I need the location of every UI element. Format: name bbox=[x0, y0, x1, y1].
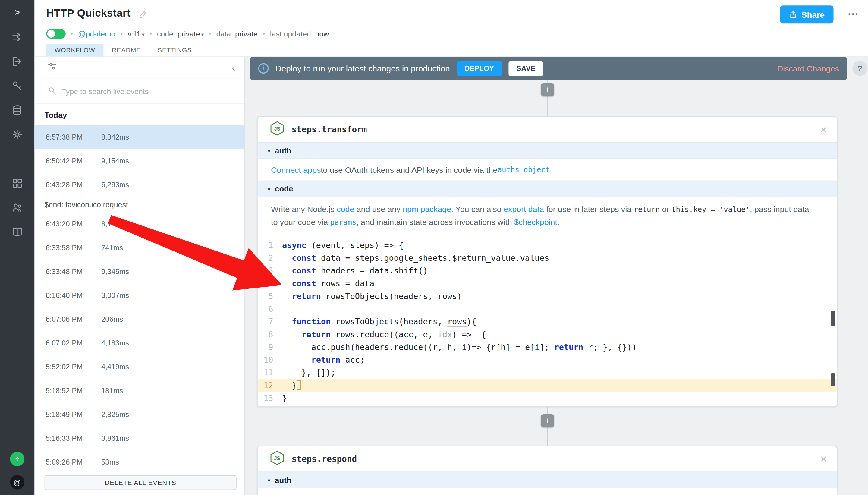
code-privacy-selector[interactable]: code: private▾ bbox=[157, 30, 204, 38]
svg-text:JS: JS bbox=[274, 455, 280, 461]
auth-section-toggle[interactable]: ▾ auth bbox=[258, 472, 837, 488]
chevron-down-icon: ▾ bbox=[267, 186, 270, 192]
editor-scrollbar[interactable] bbox=[831, 235, 835, 407]
event-row[interactable]: 6:57:38 PM8,342ms bbox=[34, 125, 244, 149]
share-button[interactable]: Share bbox=[780, 5, 834, 23]
workflow-header: HTTP Quickstart Share ··· • @pd-demo • v… bbox=[34, 0, 868, 57]
deploy-status-icon[interactable] bbox=[10, 452, 24, 466]
code-line: 6 bbox=[258, 303, 837, 315]
discard-changes-link[interactable]: Discard Changes bbox=[777, 64, 839, 73]
event-row[interactable]: 6:43:20 PM8,173ms bbox=[34, 212, 244, 236]
event-row[interactable]: 6:50:42 PM9,154ms bbox=[34, 149, 244, 173]
code-line: 3 const headers = data.shift() bbox=[258, 265, 837, 277]
mentions-icon[interactable]: @ bbox=[10, 475, 24, 490]
grid-icon[interactable] bbox=[9, 175, 25, 191]
event-note: $end: favicon.ico request bbox=[34, 197, 244, 212]
edit-title-icon[interactable] bbox=[138, 9, 148, 21]
workflow-active-toggle[interactable] bbox=[46, 29, 66, 39]
nodejs-icon: JS bbox=[270, 120, 284, 138]
event-row[interactable]: 5:09:26 PM53ms bbox=[34, 450, 244, 474]
code-line: 7 function rowsToObjects(headers, rows){ bbox=[258, 315, 837, 328]
key-icon[interactable] bbox=[9, 78, 25, 94]
add-step-button[interactable]: + bbox=[541, 83, 554, 97]
dot-separator: • bbox=[262, 30, 265, 38]
code-line: 5 return rowsToObjects(headers, rows) bbox=[258, 290, 837, 303]
event-row[interactable]: 6:07:06 PM206ms bbox=[34, 307, 244, 331]
step-card-transform: JS steps.transform × ▾ auth Connect apps… bbox=[257, 116, 837, 407]
code-line: 4 const rows = data bbox=[258, 277, 837, 290]
code-description: Write any Node.js code and use any npm p… bbox=[258, 197, 837, 235]
people-icon[interactable] bbox=[9, 199, 25, 216]
code-line: 10 return acc; bbox=[258, 354, 837, 366]
code-line: 12 } bbox=[258, 379, 837, 392]
event-row[interactable]: 6:43:28 PM6,293ms bbox=[34, 173, 244, 197]
terminal-prompt-icon[interactable]: > bbox=[9, 4, 25, 21]
event-row[interactable]: 5:18:52 PM181ms bbox=[34, 379, 244, 403]
deploy-button[interactable]: DEPLOY bbox=[457, 61, 502, 76]
workflow-meta-row: • @pd-demo • v.11▾ • code: private▾ • da… bbox=[34, 27, 868, 41]
filter-icon[interactable] bbox=[47, 62, 57, 74]
tab-readme[interactable]: README bbox=[103, 44, 149, 56]
main-tabs: WORKFLOW README SETTINGS bbox=[46, 44, 200, 56]
step-title: steps.respond bbox=[292, 454, 357, 464]
app-window: > @ HTTP Qui bbox=[0, 0, 868, 495]
code-line: 9 acc.push(headers.reduce((r, h, i)=> {r… bbox=[258, 341, 837, 354]
auth-description: Connect apps to use OAuth tokens and API… bbox=[258, 159, 837, 181]
help-button[interactable]: ? bbox=[852, 61, 867, 76]
chevron-down-icon: ▾ bbox=[201, 31, 204, 37]
search-icon bbox=[48, 86, 56, 97]
share-button-label: Share bbox=[801, 10, 824, 19]
scrollbar-thumb[interactable] bbox=[831, 311, 835, 326]
data-privacy-label: data: private bbox=[216, 30, 258, 38]
code-line: 8 return rows.reduce((acc, e, idx) => { bbox=[258, 328, 837, 341]
delete-all-events-button[interactable]: DELETE ALL EVENTS bbox=[45, 475, 237, 490]
overflow-menu-icon[interactable]: ··· bbox=[848, 9, 859, 20]
scrollbar-thumb[interactable] bbox=[831, 373, 835, 387]
dot-separator: • bbox=[71, 30, 73, 38]
event-row[interactable]: 5:16:33 PM3,861ms bbox=[34, 426, 244, 450]
chevron-down-icon: ▾ bbox=[142, 31, 145, 37]
event-row[interactable]: 6:07:02 PM4,183ms bbox=[34, 331, 244, 355]
page-title: HTTP Quickstart bbox=[46, 7, 131, 19]
dot-separator: • bbox=[120, 30, 123, 38]
code-line: 2 const data = steps.google_sheets.$retu… bbox=[258, 252, 837, 265]
book-icon[interactable] bbox=[9, 224, 25, 240]
chevron-down-icon: ▾ bbox=[267, 477, 270, 483]
gear-icon[interactable] bbox=[9, 126, 25, 143]
sign-out-icon[interactable] bbox=[9, 53, 25, 70]
code-editor[interactable]: 1async (event, steps) => {2 const data =… bbox=[258, 235, 837, 407]
event-row[interactable]: 5:18:49 PM2,825ms bbox=[34, 403, 244, 426]
code-line: 1async (event, steps) => { bbox=[258, 239, 837, 252]
close-icon[interactable]: × bbox=[820, 124, 827, 135]
org-link[interactable]: @pd-demo bbox=[78, 30, 116, 38]
sources-icon[interactable] bbox=[9, 29, 25, 46]
dot-separator: • bbox=[209, 30, 211, 38]
save-button[interactable]: SAVE bbox=[508, 61, 543, 76]
event-row[interactable]: 6:33:58 PM741ms bbox=[34, 236, 244, 259]
event-list: 6:57:38 PM8,342ms6:50:42 PM9,154ms6:43:2… bbox=[34, 125, 244, 495]
deploy-banner: i Deploy to run your latest changes in p… bbox=[250, 57, 847, 80]
database-icon[interactable] bbox=[9, 102, 25, 118]
step-title: steps.transform bbox=[292, 124, 367, 134]
event-row[interactable]: 5:52:02 PM4,419ms bbox=[34, 355, 244, 379]
svg-text:JS: JS bbox=[274, 126, 280, 132]
search-input[interactable] bbox=[62, 87, 236, 96]
deploy-banner-message: Deploy to run your latest changes in pro… bbox=[276, 64, 450, 73]
tab-settings[interactable]: SETTINGS bbox=[149, 44, 200, 56]
tab-workflow[interactable]: WORKFLOW bbox=[46, 44, 103, 56]
code-line: 11 }, []); bbox=[258, 366, 837, 379]
auth-section-toggle[interactable]: ▾ auth bbox=[258, 142, 837, 159]
version-selector[interactable]: v.11▾ bbox=[128, 30, 145, 38]
app-sidebar: > @ bbox=[0, 0, 34, 495]
nodejs-icon: JS bbox=[270, 450, 284, 467]
code-section-toggle[interactable]: ▾ code bbox=[258, 181, 837, 197]
live-events-panel: ‹ Today 6:57:38 PM8,342ms6:50:42 PM9,154… bbox=[34, 57, 245, 495]
info-icon: i bbox=[258, 63, 269, 73]
dot-separator: • bbox=[150, 30, 152, 38]
event-row[interactable]: 6:33:48 PM9,345ms bbox=[34, 259, 244, 284]
add-step-button[interactable]: + bbox=[541, 414, 554, 427]
collapse-panel-icon[interactable]: ‹ bbox=[232, 63, 236, 73]
close-icon[interactable]: × bbox=[820, 453, 827, 464]
event-row[interactable]: 6:16:40 PM3,007ms bbox=[34, 284, 244, 307]
workflow-canvas: i Deploy to run your latest changes in p… bbox=[245, 57, 868, 495]
